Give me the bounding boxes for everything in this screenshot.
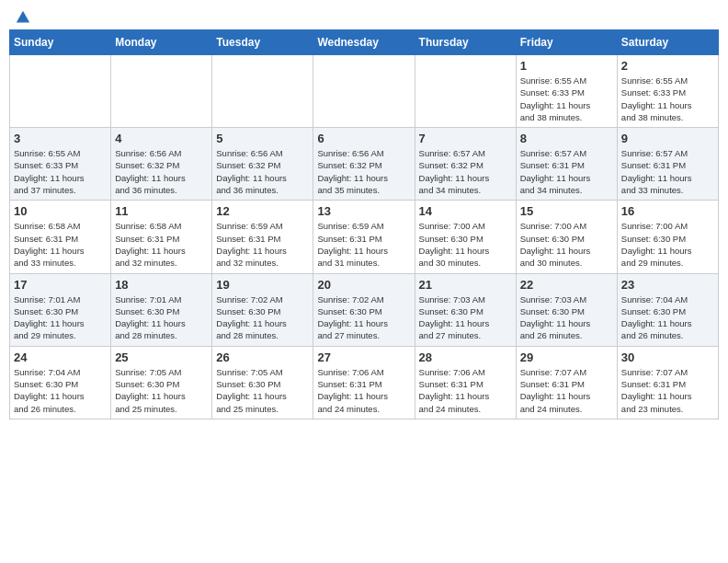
day-info: Sunrise: 7:01 AM Sunset: 6:30 PM Dayligh… (115, 293, 208, 342)
header-monday: Monday (111, 30, 212, 55)
day-number: 14 (419, 204, 512, 218)
day-number: 21 (419, 278, 512, 292)
calendar-cell: 22Sunrise: 7:03 AM Sunset: 6:30 PM Dayli… (516, 273, 617, 346)
day-number: 1 (520, 59, 613, 73)
calendar-cell: 27Sunrise: 7:06 AM Sunset: 6:31 PM Dayli… (313, 346, 415, 419)
day-info: Sunrise: 6:55 AM Sunset: 6:33 PM Dayligh… (621, 75, 714, 123)
header-sunday: Sunday (10, 30, 111, 55)
calendar-cell: 16Sunrise: 7:00 AM Sunset: 6:30 PM Dayli… (617, 201, 718, 273)
day-number: 29 (520, 350, 613, 364)
day-number: 11 (115, 204, 208, 218)
day-number: 7 (419, 132, 512, 145)
header-thursday: Thursday (415, 30, 516, 55)
calendar-cell: 4Sunrise: 6:56 AM Sunset: 6:32 PM Daylig… (111, 128, 212, 201)
day-number: 24 (14, 350, 107, 364)
logo-icon (15, 9, 31, 26)
calendar-cell: 14Sunrise: 7:00 AM Sunset: 6:30 PM Dayli… (415, 201, 516, 273)
day-info: Sunrise: 6:57 AM Sunset: 6:32 PM Dayligh… (419, 147, 512, 196)
day-number: 13 (317, 204, 410, 218)
calendar-week-row: 17Sunrise: 7:01 AM Sunset: 6:30 PM Dayli… (10, 273, 719, 346)
calendar-cell: 19Sunrise: 7:02 AM Sunset: 6:30 PM Dayli… (212, 273, 313, 346)
calendar-cell (10, 55, 111, 128)
header-saturday: Saturday (617, 30, 718, 55)
day-number: 10 (14, 204, 107, 218)
calendar-cell: 30Sunrise: 7:07 AM Sunset: 6:31 PM Dayli… (617, 346, 718, 419)
day-info: Sunrise: 6:55 AM Sunset: 6:33 PM Dayligh… (14, 147, 107, 196)
day-info: Sunrise: 6:58 AM Sunset: 6:31 PM Dayligh… (115, 220, 208, 269)
day-number: 20 (317, 278, 410, 292)
day-number: 19 (216, 278, 309, 292)
day-info: Sunrise: 7:03 AM Sunset: 6:30 PM Dayligh… (419, 293, 512, 342)
day-info: Sunrise: 6:58 AM Sunset: 6:31 PM Dayligh… (14, 220, 107, 269)
day-info: Sunrise: 7:00 AM Sunset: 6:30 PM Dayligh… (621, 220, 714, 269)
calendar-cell: 23Sunrise: 7:04 AM Sunset: 6:30 PM Dayli… (617, 273, 718, 346)
day-info: Sunrise: 7:04 AM Sunset: 6:30 PM Dayligh… (621, 293, 714, 342)
day-info: Sunrise: 7:07 AM Sunset: 6:31 PM Dayligh… (520, 366, 613, 415)
day-number: 22 (520, 278, 613, 292)
calendar-cell: 7Sunrise: 6:57 AM Sunset: 6:32 PM Daylig… (415, 128, 516, 201)
day-info: Sunrise: 6:57 AM Sunset: 6:31 PM Dayligh… (520, 147, 613, 196)
day-info: Sunrise: 7:01 AM Sunset: 6:30 PM Dayligh… (14, 293, 107, 342)
day-number: 25 (115, 350, 208, 364)
day-info: Sunrise: 7:06 AM Sunset: 6:31 PM Dayligh… (419, 366, 512, 415)
calendar-cell: 10Sunrise: 6:58 AM Sunset: 6:31 PM Dayli… (10, 201, 111, 273)
calendar-cell: 24Sunrise: 7:04 AM Sunset: 6:30 PM Dayli… (10, 346, 111, 419)
calendar-cell: 13Sunrise: 6:59 AM Sunset: 6:31 PM Dayli… (313, 201, 415, 273)
calendar-week-row: 3Sunrise: 6:55 AM Sunset: 6:33 PM Daylig… (10, 128, 719, 201)
day-info: Sunrise: 7:02 AM Sunset: 6:30 PM Dayligh… (317, 293, 410, 342)
calendar-week-row: 24Sunrise: 7:04 AM Sunset: 6:30 PM Dayli… (10, 346, 719, 419)
day-info: Sunrise: 6:59 AM Sunset: 6:31 PM Dayligh… (216, 220, 309, 269)
calendar-cell: 18Sunrise: 7:01 AM Sunset: 6:30 PM Dayli… (111, 273, 212, 346)
calendar-cell: 8Sunrise: 6:57 AM Sunset: 6:31 PM Daylig… (516, 128, 617, 201)
day-number: 3 (14, 132, 107, 145)
day-number: 17 (14, 278, 107, 292)
calendar-cell: 2Sunrise: 6:55 AM Sunset: 6:33 PM Daylig… (617, 55, 718, 128)
calendar-cell: 29Sunrise: 7:07 AM Sunset: 6:31 PM Dayli… (516, 346, 617, 419)
day-info: Sunrise: 7:02 AM Sunset: 6:30 PM Dayligh… (216, 293, 309, 342)
calendar-cell: 20Sunrise: 7:02 AM Sunset: 6:30 PM Dayli… (313, 273, 415, 346)
calendar-week-row: 1Sunrise: 6:55 AM Sunset: 6:33 PM Daylig… (10, 55, 719, 128)
day-number: 16 (621, 204, 714, 218)
day-number: 12 (216, 204, 309, 218)
calendar-cell: 11Sunrise: 6:58 AM Sunset: 6:31 PM Dayli… (111, 201, 212, 273)
calendar-cell (212, 55, 313, 128)
calendar-cell: 12Sunrise: 6:59 AM Sunset: 6:31 PM Dayli… (212, 201, 313, 273)
day-number: 23 (621, 278, 714, 292)
day-number: 27 (317, 350, 410, 364)
calendar-table: SundayMondayTuesdayWednesdayThursdayFrid… (9, 29, 719, 419)
day-info: Sunrise: 6:56 AM Sunset: 6:32 PM Dayligh… (115, 147, 208, 196)
header-tuesday: Tuesday (212, 30, 313, 55)
svg-marker-0 (17, 11, 29, 23)
calendar-cell: 1Sunrise: 6:55 AM Sunset: 6:33 PM Daylig… (516, 55, 617, 128)
day-info: Sunrise: 7:00 AM Sunset: 6:30 PM Dayligh… (419, 220, 512, 269)
calendar-cell (313, 55, 415, 128)
calendar-cell: 6Sunrise: 6:56 AM Sunset: 6:32 PM Daylig… (313, 128, 415, 201)
calendar-cell: 5Sunrise: 6:56 AM Sunset: 6:32 PM Daylig… (212, 128, 313, 201)
page-header (9, 9, 719, 22)
day-info: Sunrise: 7:05 AM Sunset: 6:30 PM Dayligh… (216, 366, 309, 415)
day-info: Sunrise: 6:56 AM Sunset: 6:32 PM Dayligh… (317, 147, 410, 196)
day-info: Sunrise: 7:05 AM Sunset: 6:30 PM Dayligh… (115, 366, 208, 415)
calendar-cell: 26Sunrise: 7:05 AM Sunset: 6:30 PM Dayli… (212, 346, 313, 419)
calendar-cell: 15Sunrise: 7:00 AM Sunset: 6:30 PM Dayli… (516, 201, 617, 273)
header-wednesday: Wednesday (313, 30, 415, 55)
day-info: Sunrise: 7:03 AM Sunset: 6:30 PM Dayligh… (520, 293, 613, 342)
day-number: 28 (419, 350, 512, 364)
day-number: 30 (621, 350, 714, 364)
day-number: 8 (520, 132, 613, 145)
day-info: Sunrise: 7:00 AM Sunset: 6:30 PM Dayligh… (520, 220, 613, 269)
day-number: 9 (621, 132, 714, 145)
calendar-header-row: SundayMondayTuesdayWednesdayThursdayFrid… (10, 30, 719, 55)
calendar-week-row: 10Sunrise: 6:58 AM Sunset: 6:31 PM Dayli… (10, 201, 719, 273)
day-info: Sunrise: 6:57 AM Sunset: 6:31 PM Dayligh… (621, 147, 714, 196)
day-number: 5 (216, 132, 309, 145)
day-info: Sunrise: 7:07 AM Sunset: 6:31 PM Dayligh… (621, 366, 714, 415)
calendar-cell: 25Sunrise: 7:05 AM Sunset: 6:30 PM Dayli… (111, 346, 212, 419)
calendar-cell: 3Sunrise: 6:55 AM Sunset: 6:33 PM Daylig… (10, 128, 111, 201)
day-info: Sunrise: 6:56 AM Sunset: 6:32 PM Dayligh… (216, 147, 309, 196)
header-friday: Friday (516, 30, 617, 55)
day-number: 4 (115, 132, 208, 145)
day-info: Sunrise: 6:59 AM Sunset: 6:31 PM Dayligh… (317, 220, 410, 269)
day-info: Sunrise: 6:55 AM Sunset: 6:33 PM Dayligh… (520, 75, 613, 123)
day-number: 18 (115, 278, 208, 292)
